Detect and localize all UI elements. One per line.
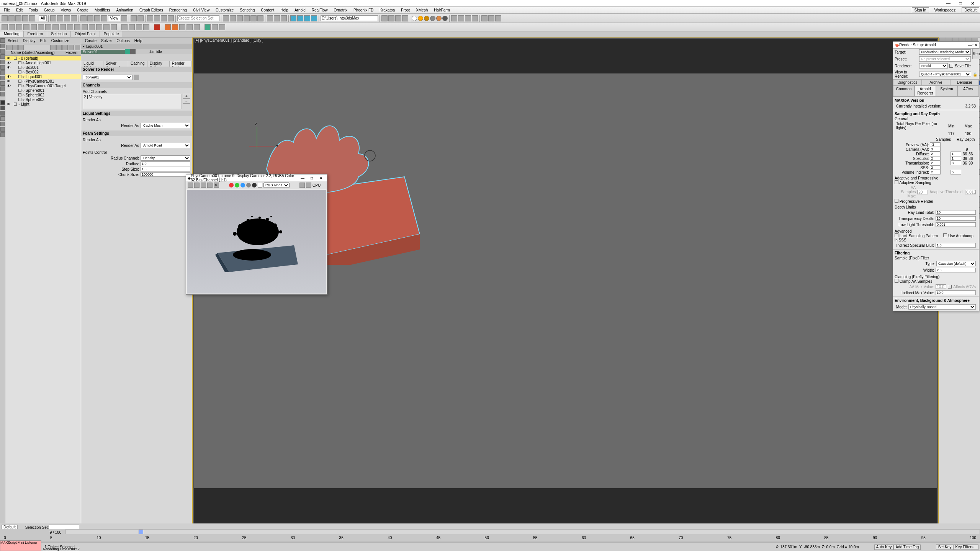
sect-solver-to-render[interactable]: Solver To Render (81, 67, 192, 72)
refcoord-dropdown[interactable]: View (108, 15, 120, 21)
menu-realflow[interactable]: RealFlow (309, 8, 331, 12)
fb-clear-icon[interactable]: ✕ (214, 183, 219, 188)
menu-content[interactable]: Content (258, 8, 277, 12)
rs-close-icon[interactable]: ✕ (974, 43, 977, 47)
rs-sample-input[interactable] (930, 156, 941, 161)
target-icon[interactable] (465, 15, 471, 21)
tool2-12[interactable] (82, 24, 88, 30)
rs-ftype-select[interactable]: Gaussian (default) (936, 261, 976, 266)
tool2-22[interactable] (187, 24, 193, 30)
outliner-tree[interactable]: 👁○ 0 (default)👁○ ArnoldLight001👁○ Box001… (5, 56, 81, 528)
layers-icon[interactable] (237, 15, 243, 21)
fb-overlay-icon[interactable] (299, 183, 305, 188)
solver-tab-render[interactable]: Render Settings (170, 61, 192, 67)
sect-liquid-settings[interactable]: Liquid Settings (81, 111, 192, 116)
fb-copy-icon[interactable] (194, 183, 200, 188)
leftstrip-8[interactable] (0, 76, 5, 80)
menu-scripting[interactable]: Scripting (237, 8, 258, 12)
keyboard-icon[interactable] (137, 15, 144, 21)
rs-uab-cb[interactable] (943, 233, 947, 237)
rs-filtering-h[interactable]: Filtering (895, 250, 977, 256)
project-path[interactable] (321, 15, 378, 21)
solver-tab-liquidattr[interactable]: Liquid Attributes (81, 61, 103, 67)
channels-list[interactable]: 2 | Velocity (83, 94, 182, 109)
sect-foam-settings[interactable]: Foam Settings (81, 130, 192, 136)
material-icon[interactable] (257, 15, 263, 21)
tool2-17[interactable] (121, 24, 128, 30)
leftstrip-3[interactable] (0, 49, 5, 54)
rs-cas-cb[interactable] (895, 279, 898, 283)
fb-r-toggle[interactable] (229, 183, 234, 187)
rs-depth-input[interactable] (951, 152, 961, 156)
fb-a-toggle[interactable] (246, 183, 251, 187)
tool2-fp1[interactable] (165, 24, 171, 30)
globe-icon[interactable] (451, 15, 457, 21)
minimize-button[interactable]: — (942, 1, 954, 6)
fb-g-toggle[interactable] (235, 183, 239, 187)
outliner-node[interactable]: 👁○ ArnoldLight001 (5, 60, 81, 65)
globe2-icon[interactable] (458, 15, 464, 21)
sphere-g-icon[interactable] (430, 16, 435, 21)
outliner-tb-4[interactable] (50, 45, 56, 50)
leftstrip-5[interactable] (0, 60, 5, 64)
keyfilters-button[interactable]: Key Filters... (953, 544, 978, 550)
mirror-icon[interactable] (223, 15, 229, 21)
leftstrip-1[interactable] (0, 38, 5, 43)
tool2-1[interactable] (2, 24, 8, 30)
outliner-menu-customize[interactable]: Customize (49, 39, 72, 43)
pctsnap-icon[interactable] (161, 15, 167, 21)
render-icon[interactable] (281, 15, 287, 21)
sphere-o-icon[interactable] (418, 16, 423, 21)
fb-b-toggle[interactable] (241, 183, 245, 187)
fb-swatch[interactable] (258, 183, 262, 187)
tool2-24[interactable] (212, 24, 218, 30)
nolight-icon[interactable] (472, 15, 478, 21)
menu-hairfarm[interactable]: HairFarm (431, 8, 453, 12)
rs-depth-input[interactable] (951, 161, 961, 165)
radius-channel-select[interactable]: Density (141, 155, 190, 161)
curveeditor-icon[interactable] (244, 15, 250, 21)
frame-buffer-window[interactable]: ◆ PhysCamera001, frame 9, Display Gamma:… (186, 174, 327, 295)
tool2-20[interactable] (143, 24, 149, 30)
outliner-node[interactable]: ○ Box002 (5, 70, 81, 74)
tool2-5[interactable] (31, 24, 37, 30)
rs-td-input[interactable] (936, 216, 976, 221)
outliner-node[interactable]: ○ Sphere003 (5, 97, 81, 102)
window-crossing-icon[interactable] (71, 15, 77, 21)
rs-adsamp-cb[interactable] (895, 180, 898, 184)
tool2-21[interactable] (179, 24, 185, 30)
setkey-button[interactable]: Set Key (936, 544, 953, 550)
outliner-tb-6[interactable] (62, 45, 68, 50)
select-object-icon[interactable] (50, 15, 56, 21)
rs-subtab-archive[interactable]: Archive (922, 79, 951, 86)
solver-menu-options[interactable]: Options (114, 39, 132, 43)
scale-icon[interactable] (94, 15, 100, 21)
frame-counter[interactable]: 9 / 100 (46, 530, 65, 535)
rs-lock-icon[interactable]: 🔒 (973, 72, 977, 77)
iray4-icon[interactable] (402, 15, 408, 21)
schematic-icon[interactable] (250, 15, 257, 21)
leftstrip-7[interactable] (0, 70, 5, 75)
rotate-icon[interactable] (87, 15, 93, 21)
outliner-node[interactable]: ○ Sphere001 (5, 88, 81, 93)
tool2-3[interactable] (16, 24, 22, 30)
outliner-node[interactable]: 👁○ PhysCamera001.Target (5, 83, 81, 88)
rs-env-h[interactable]: Environment, Background & Atmosphere (895, 298, 977, 303)
tool2-14[interactable] (96, 24, 102, 30)
outliner-node[interactable]: 👁○ Box001 (5, 65, 81, 70)
tab-freeform[interactable]: Freeform (24, 31, 47, 37)
tool2-11[interactable] (74, 24, 80, 30)
tool2-8[interactable] (52, 24, 59, 30)
chunk-input[interactable] (141, 172, 190, 177)
menu-customize[interactable]: Customize (213, 8, 237, 12)
anglesnap-icon[interactable] (154, 15, 160, 21)
outliner-tb-3[interactable] (18, 45, 24, 50)
menu-edit[interactable]: Edit (13, 8, 26, 12)
rs-sample-input[interactable] (930, 147, 941, 152)
solver-selected[interactable]: Solver01 (81, 50, 125, 54)
rs-prog-cb[interactable] (895, 199, 898, 203)
iray3-icon[interactable] (395, 15, 401, 21)
select-region-icon[interactable] (64, 15, 70, 21)
rs-renderer-select[interactable]: Arnold (919, 63, 948, 68)
tool2-13[interactable] (89, 24, 95, 30)
